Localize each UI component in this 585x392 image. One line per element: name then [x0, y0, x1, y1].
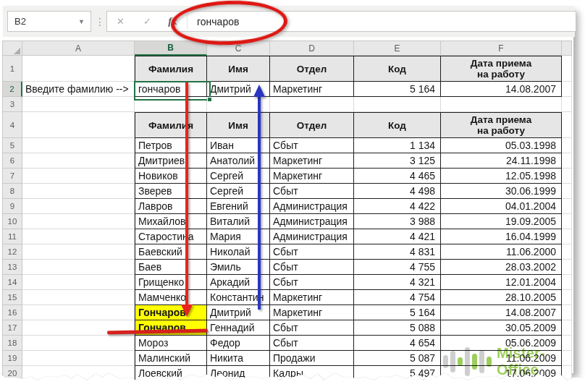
cell-C10[interactable]: Виталий — [207, 214, 270, 229]
cell-sliver-15[interactable] — [562, 290, 572, 305]
cell-D17[interactable]: Сбыт — [270, 320, 354, 336]
cell-B2[interactable]: гончаров — [135, 82, 207, 97]
cell-B9[interactable]: Лавров — [135, 199, 207, 214]
cell-E10[interactable]: 3 988 — [354, 214, 441, 229]
cell-D15[interactable]: Маркетинг — [270, 290, 354, 305]
cell-F18[interactable]: 05.06.2009 — [441, 336, 562, 351]
row-header-4[interactable]: 4 — [2, 112, 22, 138]
row-header-8[interactable]: 8 — [2, 184, 22, 199]
column-header-D[interactable]: D — [270, 41, 354, 56]
row-header-19[interactable]: 19 — [2, 351, 22, 366]
cell-E6[interactable]: 3 125 — [354, 153, 441, 169]
cell-D19[interactable]: Продажи — [270, 351, 354, 366]
cell-sliver-7[interactable] — [562, 169, 572, 184]
cell-E14[interactable]: 4 321 — [354, 275, 441, 290]
cell-sliver-17[interactable] — [562, 320, 572, 336]
cell-sliver-13[interactable] — [562, 260, 572, 275]
cell-A18[interactable] — [22, 336, 135, 351]
row-header-12[interactable]: 12 — [2, 244, 22, 260]
cell-sliver-11[interactable] — [562, 229, 572, 244]
column-header-C[interactable]: C — [207, 41, 270, 56]
cell-B18[interactable]: Мороз — [135, 336, 207, 351]
cell-E2[interactable]: 5 164 — [354, 82, 441, 97]
name-box[interactable]: B2 ▼ — [7, 11, 91, 32]
cell-F3[interactable] — [441, 97, 562, 112]
cell-D2[interactable]: Маркетинг — [270, 82, 354, 97]
cell-F1[interactable]: Дата приема на работу — [441, 56, 562, 82]
cell-sliver-9[interactable] — [562, 199, 572, 214]
cell-A9[interactable] — [22, 199, 135, 214]
cell-C20[interactable]: Леонид — [207, 366, 270, 381]
cell-F17[interactable]: 30.05.2009 — [441, 320, 562, 336]
cell-E18[interactable]: 4 654 — [354, 336, 441, 351]
cell-D7[interactable]: Маркетинг — [270, 169, 354, 184]
cell-D16[interactable]: Маркетинг — [270, 305, 354, 320]
row-header-13[interactable]: 13 — [2, 260, 22, 275]
cell-D10[interactable]: Администрация — [270, 214, 354, 229]
cell-C15[interactable]: Константин — [207, 290, 270, 305]
cancel-icon[interactable]: ✕ — [107, 16, 134, 27]
cell-A16[interactable] — [22, 305, 135, 320]
cell-C17[interactable]: Геннадий — [207, 320, 270, 336]
cell-F7[interactable]: 12.05.1998 — [441, 169, 562, 184]
cell-F4[interactable]: Дата приема на работу — [441, 112, 562, 138]
cell-D4[interactable]: Отдел — [270, 112, 354, 138]
cell-F8[interactable]: 30.06.1999 — [441, 184, 562, 199]
cell-D5[interactable]: Сбыт — [270, 138, 354, 153]
cell-E9[interactable]: 4 422 — [354, 199, 441, 214]
cell-sliver-5[interactable] — [562, 138, 572, 153]
cell-F16[interactable]: 14.08.2007 — [441, 305, 562, 320]
cell-E8[interactable]: 4 498 — [354, 184, 441, 199]
cell-F5[interactable]: 05.03.1998 — [441, 138, 562, 153]
cell-C13[interactable]: Эмиль — [207, 260, 270, 275]
cell-C2[interactable]: Дмитрий — [207, 82, 270, 97]
row-header-18[interactable]: 18 — [2, 336, 22, 351]
insert-function-icon[interactable]: fx — [161, 15, 185, 27]
cell-B6[interactable]: Дмитриев — [135, 153, 207, 169]
cell-C6[interactable]: Анатолий — [207, 153, 270, 169]
cell-D20[interactable]: Кадры — [270, 366, 354, 381]
cell-A15[interactable] — [22, 290, 135, 305]
enter-icon[interactable]: ✓ — [134, 16, 161, 27]
cell-B14[interactable]: Грищенко — [135, 275, 207, 290]
cell-E5[interactable]: 1 134 — [354, 138, 441, 153]
cell-A3[interactable] — [22, 97, 135, 112]
cell-B20[interactable]: Лоевский — [135, 366, 207, 381]
row-header-3[interactable]: 3 — [2, 97, 22, 112]
cell-D11[interactable]: Администрация — [270, 229, 354, 244]
cell-D9[interactable]: Администрация — [270, 199, 354, 214]
cell-sliver-2[interactable] — [562, 82, 572, 97]
chevron-down-icon[interactable]: ▼ — [78, 18, 91, 25]
row-header-1[interactable]: 1 — [2, 56, 22, 82]
cell-F10[interactable]: 19.09.2005 — [441, 214, 562, 229]
cell-F2[interactable]: 14.08.2007 — [441, 82, 562, 97]
cell-C16[interactable]: Дмитрий — [207, 305, 270, 320]
cell-D8[interactable]: Сбыт — [270, 184, 354, 199]
cell-D6[interactable]: Маркетинг — [270, 153, 354, 169]
cell-sliver-10[interactable] — [562, 214, 572, 229]
cell-D18[interactable]: Сбыт — [270, 336, 354, 351]
cell-B12[interactable]: Баевский — [135, 244, 207, 260]
cell-E16[interactable]: 5 164 — [354, 305, 441, 320]
cell-B16[interactable]: Гончаров — [135, 305, 207, 320]
row-header-15[interactable]: 15 — [2, 290, 22, 305]
row-header-11[interactable]: 11 — [2, 229, 22, 244]
column-header-B[interactable]: B — [135, 41, 207, 56]
cell-C14[interactable]: Аркадий — [207, 275, 270, 290]
cell-F12[interactable]: 11.06.2000 — [441, 244, 562, 260]
row-header-17[interactable]: 17 — [2, 320, 22, 336]
cell-D3[interactable] — [270, 97, 354, 112]
cell-E3[interactable] — [354, 97, 441, 112]
formula-bar[interactable]: ✕ ✓ fx гончаров — [106, 11, 576, 32]
cell-D13[interactable]: Сбыт — [270, 260, 354, 275]
cell-B5[interactable]: Петров — [135, 138, 207, 153]
cell-C5[interactable]: Иван — [207, 138, 270, 153]
cell-B11[interactable]: Старостина — [135, 229, 207, 244]
cell-E4[interactable]: Код — [354, 112, 441, 138]
cell-B4[interactable]: Фамилия — [135, 112, 207, 138]
cell-sliver-4[interactable] — [562, 112, 572, 138]
cell-F15[interactable]: 28.10.2005 — [441, 290, 562, 305]
cell-B7[interactable]: Новиков — [135, 169, 207, 184]
cell-A7[interactable] — [22, 169, 135, 184]
column-header-F[interactable]: F — [441, 41, 562, 56]
